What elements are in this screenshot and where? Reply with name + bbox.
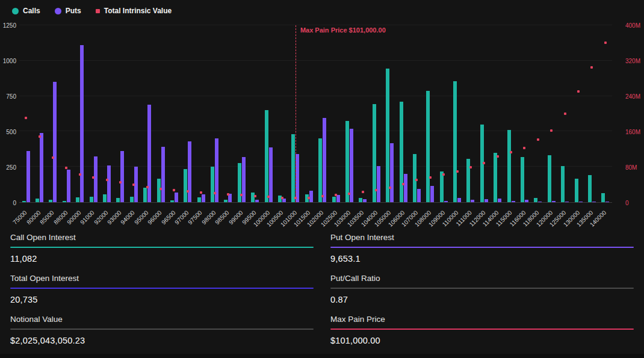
- bar-group-114000[interactable]: [491, 25, 504, 202]
- intrinsic-value-dot: [415, 179, 418, 181]
- puts-bar: [26, 151, 30, 202]
- bar-group-93000[interactable]: [114, 25, 127, 202]
- puts-bar: [498, 199, 501, 202]
- intrinsic-value-dot: [564, 113, 566, 115]
- legend-item-calls[interactable]: Calls: [12, 7, 40, 15]
- bar-group-105000[interactable]: [383, 25, 396, 202]
- calls-bar: [440, 171, 444, 202]
- bar-group-103500[interactable]: [356, 25, 370, 202]
- legend-label: Puts: [66, 7, 81, 15]
- bar-group-88000[interactable]: [60, 25, 73, 202]
- puts-bar: [296, 154, 299, 202]
- intrinsic-value-dot: [65, 167, 67, 169]
- intrinsic-value-dot: [227, 193, 229, 196]
- bar-group-99500[interactable]: [249, 25, 262, 202]
- calls-bar: [22, 201, 26, 202]
- calls-bar: [36, 199, 39, 202]
- calls-bar: [170, 200, 174, 202]
- puts-bar: [350, 129, 353, 202]
- intrinsic-value-dot: [132, 184, 135, 186]
- stat-notional-value: Notional Value$2,025,043,050.23: [10, 315, 314, 345]
- intrinsic-value-dot: [25, 117, 27, 119]
- bar-group-97500[interactable]: [194, 25, 208, 202]
- bar-group-115000[interactable]: [504, 25, 518, 202]
- bar-group-111000[interactable]: [464, 25, 477, 202]
- stat-total-open-interest: Total Open Interest20,735: [10, 274, 314, 304]
- puts-bar: [175, 193, 178, 202]
- bar-group-101500[interactable]: [302, 25, 315, 202]
- stat-value: 9,653.1: [330, 254, 634, 264]
- x-axis-label: 98500: [214, 209, 230, 226]
- puts-bar: [579, 202, 583, 202]
- puts-bar: [40, 133, 43, 202]
- bar-group-95000[interactable]: [140, 25, 153, 202]
- intrinsic-value-dot: [483, 162, 485, 164]
- stat-label: Put Open Interest: [330, 233, 634, 242]
- puts-bar: [430, 186, 434, 202]
- bar-group-97000[interactable]: [181, 25, 194, 202]
- bar-group-106000[interactable]: [397, 25, 410, 202]
- left-axis-tick: 1250: [0, 22, 16, 29]
- bar-group-112000[interactable]: [477, 25, 491, 202]
- calls-bar: [224, 200, 228, 202]
- stat-underline: [10, 288, 314, 289]
- bar-group-135000[interactable]: [585, 25, 598, 202]
- right-axis-tick: 160M: [625, 129, 643, 135]
- puts-bar: [592, 202, 596, 202]
- legend-item-puts[interactable]: Puts: [55, 7, 81, 15]
- right-axis-tick: 240M: [625, 93, 643, 100]
- bar-group-94000[interactable]: [127, 25, 140, 202]
- calls-bar: [211, 167, 214, 202]
- stat-value: $2,025,043,050.23: [10, 336, 314, 345]
- bar-group-96500[interactable]: [167, 25, 181, 202]
- bar-group-100500[interactable]: [275, 25, 288, 202]
- bar-group-140000[interactable]: [599, 25, 612, 202]
- bar-group-130000[interactable]: [572, 25, 585, 202]
- bar-group-92000[interactable]: [100, 25, 113, 202]
- calls-bar: [130, 197, 134, 202]
- bar-group-98000[interactable]: [208, 25, 221, 202]
- puts-bar: [188, 141, 191, 202]
- bar-group-103000[interactable]: [342, 25, 356, 202]
- bar-group-96000[interactable]: [154, 25, 167, 202]
- bar-group-75000[interactable]: [19, 25, 33, 202]
- bar-group-99000[interactable]: [235, 25, 248, 202]
- bar-group-80000[interactable]: [33, 25, 46, 202]
- stat-underline: [10, 247, 314, 248]
- x-axis-label: 91000: [79, 209, 96, 226]
- x-axis-label: 88000: [52, 209, 69, 226]
- puts-bar: [485, 199, 488, 202]
- x-axis-label: 92000: [93, 209, 109, 226]
- intrinsic-value-dot: [321, 195, 324, 197]
- bar-group-120000[interactable]: [545, 25, 558, 202]
- bar-group-107000[interactable]: [410, 25, 423, 202]
- x-axis: 7500080000850008800090000910009200093000…: [19, 205, 612, 232]
- bar-group-98500[interactable]: [221, 25, 235, 202]
- bar-group-85000[interactable]: [46, 25, 60, 202]
- bar-group-118000[interactable]: [531, 25, 545, 202]
- right-axis-tick: 0: [625, 200, 643, 206]
- bar-group-110000[interactable]: [450, 25, 463, 202]
- legend-item-total-intrinsic-value[interactable]: Total Intrinsic Value: [96, 7, 172, 15]
- intrinsic-value-dot: [159, 188, 162, 190]
- stat-underline: [330, 329, 634, 330]
- calls-bar: [143, 188, 147, 202]
- puts-bar: [525, 200, 528, 202]
- calls-bar: [238, 163, 241, 202]
- bar-group-100000[interactable]: [262, 25, 275, 202]
- bar-group-102500[interactable]: [329, 25, 342, 202]
- bar-group-116000[interactable]: [518, 25, 531, 202]
- puts-bar: [471, 200, 474, 202]
- intrinsic-value-dot: [214, 192, 216, 194]
- intrinsic-value-dot: [187, 190, 189, 193]
- calls-bar: [63, 201, 66, 202]
- calls-bar: [601, 193, 605, 202]
- intrinsic-value-dot: [604, 42, 607, 44]
- plot-area: Max Pain Price $101,000.00: [19, 25, 612, 203]
- stat-max-pain-price: Max Pain Price$101,000.00: [330, 315, 634, 345]
- calls-bar: [588, 175, 592, 202]
- bar-group-104000[interactable]: [370, 25, 383, 202]
- calls-bar: [265, 110, 268, 202]
- intrinsic-value-dot: [375, 189, 377, 191]
- bar-group-102000[interactable]: [316, 25, 329, 202]
